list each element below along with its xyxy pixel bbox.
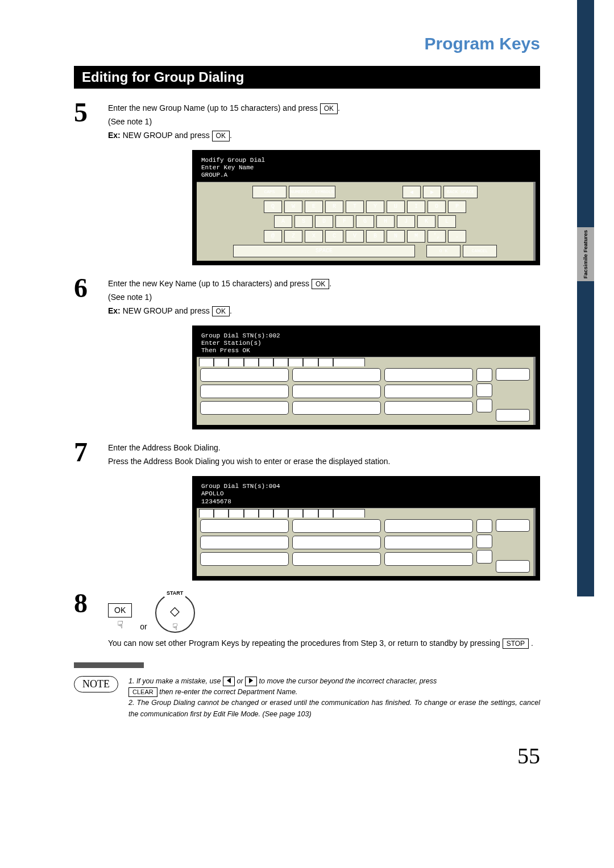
key-o[interactable]: O: [428, 201, 446, 213]
key-q[interactable]: Q: [264, 201, 282, 213]
filter-tab[interactable]: CDE: [214, 358, 229, 366]
station-cell[interactable]: BRAZIL✉: [200, 552, 289, 566]
key-',[interactable]: ',: [428, 230, 446, 243]
ok-softkey[interactable]: O K: [496, 519, 530, 532]
scroll-down[interactable]: ⇩: [476, 550, 492, 564]
filter-tab[interactable]: XYZ: [318, 358, 333, 366]
step-number: 8: [74, 591, 97, 651]
key-z[interactable]: Z: [284, 230, 302, 243]
key-w[interactable]: W: [284, 201, 302, 213]
key-k[interactable]: K: [417, 215, 435, 228]
right-arrow-icon: [249, 678, 253, 683]
key-.[interactable]: .: [448, 230, 466, 243]
station-cell[interactable]: [292, 401, 381, 415]
station-cell[interactable]: ANTARTICA☎: [384, 519, 473, 533]
lcd-screenshot: Group Dial STN(s):004APOLLO12345678#ABCD…: [74, 476, 540, 581]
filter-tab[interactable]: FGH: [229, 509, 243, 518]
filter-tab[interactable]: UVW: [303, 358, 318, 366]
ok-softkey[interactable]: OK: [496, 368, 530, 381]
lcd-screenshot: Modify Group DialEnter Key NameGROUP.A C…: [74, 150, 540, 265]
key-a[interactable]: A: [274, 215, 292, 228]
key-j[interactable]: J: [397, 215, 415, 228]
key-f[interactable]: F: [335, 215, 354, 228]
scroll-down[interactable]: ⇩: [476, 399, 492, 412]
ok-button-graphic: OK: [108, 603, 132, 617]
station-cell[interactable]: [292, 552, 381, 566]
press-icon: ☟: [117, 617, 123, 633]
key-p[interactable]: P: [448, 201, 466, 213]
station-cell[interactable]: ASIA☎: [292, 536, 381, 549]
filter-tab[interactable]: LMN: [259, 358, 273, 366]
start-button-graphic: START ◇ ☟: [155, 593, 195, 633]
filter-tab[interactable]: UVW: [303, 509, 318, 518]
key-@[interactable]: @: [264, 230, 282, 243]
scroll-up[interactable]: ⇧: [476, 519, 492, 533]
numeric-key[interactable]: NUMERIC/ SYMBOLS: [289, 186, 335, 198]
note-body: 1. If you make a mistake, use or to move…: [128, 676, 540, 720]
station-cell[interactable]: AFRICA✉: [200, 519, 289, 533]
station-cell[interactable]: APOLLO☎: [200, 536, 289, 549]
filter-tab[interactable]: OPQ: [273, 358, 288, 366]
edge-bar: [577, 0, 594, 596]
section-title: Editing for Group Dialing: [74, 66, 540, 89]
caps-key[interactable]: CAPS: [252, 186, 287, 198]
station-cell[interactable]: [384, 401, 473, 415]
cancel-softkey[interactable]: CANCEL: [496, 409, 530, 422]
key-n[interactable]: N: [387, 230, 405, 243]
key-h[interactable]: H: [376, 215, 395, 228]
note-label: NOTE: [74, 676, 118, 692]
key-i[interactable]: I: [407, 201, 425, 213]
filter-tab[interactable]: RST: [288, 358, 303, 366]
key-b[interactable]: B: [366, 230, 384, 243]
filter-tab[interactable]: FAVORITE: [333, 358, 365, 366]
filter-tab[interactable]: FAVORITE: [333, 509, 365, 518]
left-arrow-key[interactable]: ◀: [403, 186, 421, 198]
station-cell[interactable]: ANTARTICA☎: [384, 368, 473, 382]
key-g[interactable]: G: [356, 215, 374, 228]
backspace-key[interactable]: BACK SPACE: [443, 186, 478, 198]
key-r[interactable]: R: [325, 201, 343, 213]
filter-tab[interactable]: #AB: [199, 358, 214, 366]
filter-tab[interactable]: #AB: [199, 509, 214, 518]
step-number: 7: [74, 440, 97, 469]
right-arrow-key[interactable]: ▶: [423, 186, 441, 198]
step-body: Enter the new Group Name (up to 15 chara…: [108, 100, 540, 143]
station-cell[interactable]: AMERICA✉: [292, 368, 381, 382]
key-m[interactable]: M: [407, 230, 425, 243]
filter-tab[interactable]: CDE: [214, 509, 229, 518]
cancel-softkey[interactable]: CANCEL: [463, 245, 497, 257]
key-l[interactable]: L: [438, 215, 456, 228]
step-body: Enter the new Key Name (up to 15 charact…: [108, 276, 540, 319]
key-y[interactable]: Y: [366, 201, 384, 213]
filter-tab[interactable]: LMN: [259, 509, 273, 518]
page-header: Program Keys: [74, 34, 540, 53]
station-cell[interactable]: AFRICA✉: [200, 368, 289, 382]
station-cell[interactable]: AMERICA✉: [292, 519, 381, 533]
scroll-up[interactable]: ⇧: [476, 368, 492, 382]
key-x[interactable]: X: [305, 230, 323, 243]
space-key[interactable]: SPACE: [233, 245, 415, 257]
station-cell[interactable]: [384, 552, 473, 566]
filter-tab[interactable]: IJK: [244, 509, 259, 518]
key-u[interactable]: U: [387, 201, 405, 213]
station-cell[interactable]: BRAZIL✉: [200, 401, 289, 415]
filter-tab[interactable]: OPQ: [273, 509, 288, 518]
key-e[interactable]: E: [305, 201, 323, 213]
clear-key: CLEAR: [128, 687, 157, 697]
page-indicator: 01: [476, 383, 492, 397]
station-cell[interactable]: BERLIN✉: [384, 385, 473, 398]
key-v[interactable]: V: [346, 230, 364, 243]
filter-tab[interactable]: IJK: [244, 358, 259, 366]
filter-tab[interactable]: RST: [288, 509, 303, 518]
cancel-softkey[interactable]: CANCEL: [496, 560, 530, 573]
key-t[interactable]: T: [346, 201, 364, 213]
station-cell[interactable]: ASIA☎: [292, 385, 381, 398]
key-d[interactable]: D: [315, 215, 333, 228]
ok-softkey[interactable]: O K: [426, 245, 460, 257]
station-cell[interactable]: APOLLO☎: [200, 385, 289, 398]
filter-tab[interactable]: FGH: [229, 358, 243, 366]
filter-tab[interactable]: XYZ: [318, 509, 333, 518]
key-s[interactable]: S: [294, 215, 313, 228]
key-c[interactable]: C: [325, 230, 343, 243]
station-cell[interactable]: BERLIN✉: [384, 536, 473, 549]
